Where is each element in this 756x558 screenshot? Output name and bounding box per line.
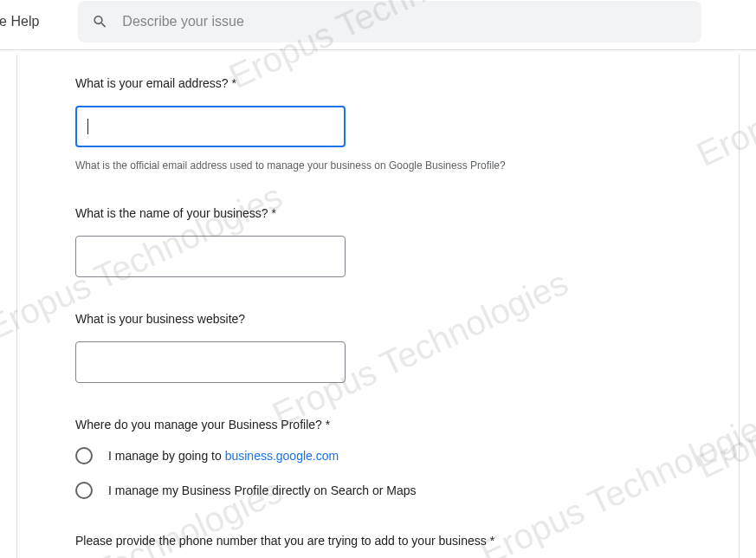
help-label: ile Help bbox=[0, 14, 39, 29]
website-input[interactable] bbox=[75, 341, 346, 383]
search-input[interactable] bbox=[122, 14, 688, 29]
search-container[interactable] bbox=[78, 1, 701, 42]
radio-circle-icon bbox=[75, 482, 93, 499]
radio-option-1[interactable]: I manage by going to business.google.com bbox=[75, 447, 681, 464]
header-bar: ile Help bbox=[0, 0, 756, 50]
business-name-form-group: What is the name of your business? * bbox=[75, 206, 681, 277]
website-label: What is your business website? bbox=[75, 312, 681, 326]
radio-group: I manage by going to business.google.com… bbox=[75, 447, 681, 499]
manage-location-label: Where do you manage your Business Profil… bbox=[75, 418, 681, 431]
email-form-group: What is your email address? * What is th… bbox=[75, 76, 681, 172]
business-name-label: What is the name of your business? * bbox=[75, 206, 681, 220]
email-input[interactable] bbox=[75, 106, 346, 147]
business-name-input[interactable] bbox=[75, 236, 346, 277]
business-google-link[interactable]: business.google.com bbox=[225, 449, 339, 463]
email-help-text: What is the official email address used … bbox=[75, 159, 681, 172]
radio-label-1: I manage by going to business.google.com bbox=[108, 449, 339, 463]
text-cursor bbox=[87, 119, 88, 134]
form-card: What is your email address? * What is th… bbox=[16, 55, 740, 558]
phone-label: Please provide the phone number that you… bbox=[75, 534, 681, 548]
radio-circle-icon bbox=[75, 447, 93, 464]
radio-label-2: I manage my Business Profile directly on… bbox=[108, 483, 417, 497]
search-icon bbox=[92, 13, 108, 30]
content-wrapper: What is your email address? * What is th… bbox=[0, 50, 756, 558]
email-label: What is your email address? * bbox=[75, 76, 681, 90]
radio-option-2[interactable]: I manage my Business Profile directly on… bbox=[75, 482, 681, 499]
manage-location-form-group: Where do you manage your Business Profil… bbox=[75, 418, 681, 499]
website-form-group: What is your business website? bbox=[75, 312, 681, 383]
phone-form-group: Please provide the phone number that you… bbox=[75, 534, 681, 558]
